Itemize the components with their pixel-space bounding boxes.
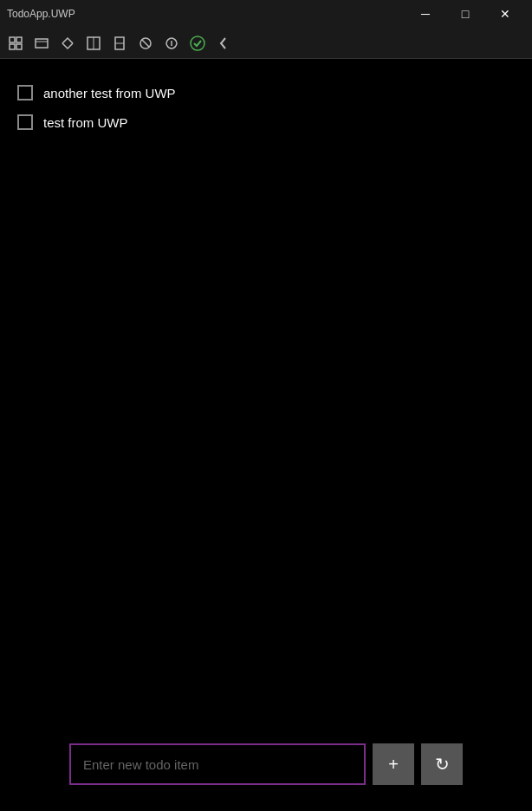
toolbar-button-5[interactable]	[107, 31, 132, 55]
svg-rect-1	[16, 37, 22, 42]
minimize-button[interactable]: ─	[405, 0, 445, 28]
todo-label-1: another test from UWP	[43, 86, 176, 101]
close-button[interactable]: ✕	[485, 0, 525, 28]
toolbar-button-3[interactable]	[55, 31, 80, 55]
toolbar-button-7[interactable]	[159, 31, 184, 55]
svg-rect-4	[36, 39, 48, 48]
svg-rect-3	[16, 44, 22, 49]
add-todo-button[interactable]: +	[373, 743, 414, 785]
maximize-button[interactable]: □	[445, 0, 485, 28]
toolbar-button-check[interactable]	[185, 31, 210, 55]
new-todo-input[interactable]	[69, 743, 366, 785]
toolbar-button-1[interactable]	[3, 31, 28, 55]
bottom-bar: + ↻	[69, 743, 463, 785]
refresh-button[interactable]: ↻	[421, 743, 463, 785]
todo-list: another test from UWP test from UWP	[17, 85, 515, 130]
toolbar	[0, 28, 532, 59]
toolbar-button-arrow[interactable]	[211, 31, 236, 55]
todo-item-1: another test from UWP	[17, 85, 515, 101]
toolbar-button-4[interactable]	[81, 31, 106, 55]
svg-rect-2	[10, 44, 15, 49]
svg-line-11	[142, 40, 149, 47]
toolbar-button-2[interactable]	[29, 31, 54, 55]
todo-checkbox-2[interactable]	[17, 114, 33, 130]
app-title: TodoApp.UWP	[7, 8, 75, 20]
main-content: another test from UWP test from UWP + ↻	[0, 59, 532, 811]
svg-point-13	[191, 36, 204, 50]
title-bar: TodoApp.UWP ─ □ ✕	[0, 0, 532, 28]
todo-checkbox-1[interactable]	[17, 85, 33, 101]
toolbar-button-6[interactable]	[133, 31, 158, 55]
todo-label-2: test from UWP	[43, 115, 128, 130]
svg-rect-0	[10, 37, 15, 42]
window-controls: ─ □ ✕	[405, 0, 525, 28]
todo-item-2: test from UWP	[17, 114, 515, 130]
